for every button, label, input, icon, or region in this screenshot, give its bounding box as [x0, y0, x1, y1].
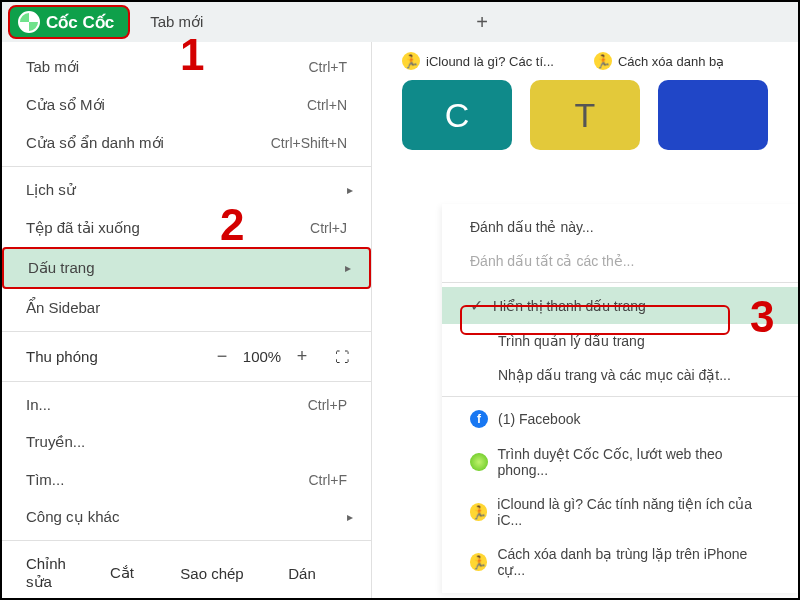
menu-more-tools[interactable]: Công cụ khác ▸ [2, 498, 371, 536]
submenu-bookmark-entry[interactable]: f (1) Facebook [442, 401, 798, 437]
coccoc-swirl-icon [18, 11, 40, 33]
shortcut: Ctrl+T [309, 59, 348, 75]
label: Đánh dấu thẻ này... [470, 219, 594, 235]
chevron-right-icon: ▸ [345, 261, 351, 275]
label: (1) Facebook [498, 411, 580, 427]
zoom-in-button[interactable]: + [287, 346, 317, 367]
check-icon: ✓ [470, 296, 483, 315]
label: Nhập dấu trang và các mục cài đặt... [498, 367, 731, 383]
divider [2, 166, 371, 167]
chevron-right-icon: ▸ [347, 510, 353, 524]
coccoc-logo-button[interactable]: Cốc Cốc [8, 5, 130, 39]
menu-edit-row: Chỉnh sửa Cắt Sao chép Dán [2, 545, 371, 600]
submenu-bookmark-entry[interactable]: Trình duyệt Cốc Cốc, lướt web theo phong… [442, 437, 798, 487]
label: Trình quản lý dấu trang [498, 333, 645, 349]
speed-dial-tiles: C T [372, 80, 798, 150]
new-tab-plus-icon[interactable]: + [466, 11, 498, 34]
label: Trình duyệt Cốc Cốc, lướt web theo phong… [498, 446, 770, 478]
submenu-bookmark-all-tabs: Đánh dấu tất cả các thẻ... [442, 244, 798, 278]
bookmark-item[interactable]: 🏃 Cách xóa danh bạ [594, 52, 724, 70]
paste-button[interactable]: Dán [257, 565, 347, 582]
menu-new-tab[interactable]: Tab mới Ctrl+T [2, 48, 371, 86]
label: Công cụ khác [26, 508, 119, 526]
submenu-bookmark-entry[interactable]: 🏃 Cách xóa danh bạ trùng lặp trên iPhone… [442, 537, 798, 587]
divider [2, 381, 371, 382]
shortcut: Ctrl+F [309, 472, 348, 488]
runner-icon: 🏃 [470, 553, 487, 571]
divider [2, 540, 371, 541]
submenu-import-bookmarks[interactable]: Nhập dấu trang và các mục cài đặt... [442, 358, 798, 392]
logo-text: Cốc Cốc [46, 12, 114, 33]
label: Tệp đã tải xuống [26, 219, 140, 237]
menu-cast[interactable]: Truyền... [2, 423, 371, 461]
label: Ẩn Sidebar [26, 299, 100, 317]
menu-find[interactable]: Tìm... Ctrl+F [2, 461, 371, 498]
divider [442, 282, 798, 283]
shortcut: Ctrl+Shift+N [271, 135, 347, 151]
label: Chỉnh sửa [26, 555, 77, 591]
label: Cửa sổ Mới [26, 96, 105, 114]
runner-icon: 🏃 [402, 52, 420, 70]
tile-blue[interactable] [658, 80, 768, 150]
submenu-show-bookmarks-bar[interactable]: ✓ Hiển thị thanh dấu trang [442, 287, 798, 324]
menu-bookmarks[interactable]: Dấu trang ▸ [2, 247, 371, 289]
label: Cửa sổ ẩn danh mới [26, 134, 164, 152]
chevron-right-icon: ▸ [347, 183, 353, 197]
label: Truyền... [26, 433, 85, 451]
submenu-bookmark-entry[interactable]: 🏃 iClound là gì? Các tính năng tiện ích … [442, 487, 798, 537]
bookmark-item[interactable]: 🏃 iClound là gì? Các tí... [402, 52, 554, 70]
divider [2, 331, 371, 332]
main-menu: Tab mới Ctrl+T Cửa sổ Mới Ctrl+N Cửa sổ … [2, 42, 372, 598]
menu-zoom: Thu phóng − 100% + ⛶ [2, 336, 371, 377]
label: In... [26, 396, 51, 413]
label: Tab mới [26, 58, 79, 76]
menu-downloads[interactable]: Tệp đã tải xuống Ctrl+J [2, 209, 371, 247]
shortcut: Ctrl+J [310, 220, 347, 236]
label: Cách xóa danh bạ trùng lặp trên iPhone c… [497, 546, 770, 578]
submenu-bookmark-manager[interactable]: Trình quản lý dấu trang [442, 324, 798, 358]
menu-hide-sidebar[interactable]: Ẩn Sidebar [2, 289, 371, 327]
menu-print[interactable]: In... Ctrl+P [2, 386, 371, 423]
tab-title[interactable]: Tab mới [150, 13, 203, 31]
top-bar: Cốc Cốc Tab mới + [2, 2, 798, 42]
label: Hiển thị thanh dấu trang [493, 298, 646, 314]
tile-c[interactable]: C [402, 80, 512, 150]
label: Đánh dấu tất cả các thẻ... [470, 253, 634, 269]
cut-button[interactable]: Cắt [77, 564, 167, 582]
coccoc-icon [470, 453, 488, 471]
shortcut: Ctrl+N [307, 97, 347, 113]
label: Lịch sử [26, 181, 76, 199]
shortcut: Ctrl+P [308, 397, 347, 413]
bookmark-label: iClound là gì? Các tí... [426, 54, 554, 69]
label: Tìm... [26, 471, 64, 488]
facebook-icon: f [470, 410, 488, 428]
menu-incognito[interactable]: Cửa sổ ẩn danh mới Ctrl+Shift+N [2, 124, 371, 162]
bookmarks-bar: 🏃 iClound là gì? Các tí... 🏃 Cách xóa da… [372, 42, 798, 80]
divider [442, 396, 798, 397]
label: Dấu trang [28, 259, 95, 277]
copy-button[interactable]: Sao chép [167, 565, 257, 582]
bookmark-label: Cách xóa danh bạ [618, 54, 724, 69]
fullscreen-icon[interactable]: ⛶ [335, 349, 347, 365]
zoom-out-button[interactable]: − [207, 346, 237, 367]
menu-history[interactable]: Lịch sử ▸ [2, 171, 371, 209]
submenu-bookmark-this-tab[interactable]: Đánh dấu thẻ này... [442, 210, 798, 244]
menu-new-window[interactable]: Cửa sổ Mới Ctrl+N [2, 86, 371, 124]
zoom-value: 100% [237, 348, 287, 365]
runner-icon: 🏃 [470, 503, 487, 521]
runner-icon: 🏃 [594, 52, 612, 70]
tile-t[interactable]: T [530, 80, 640, 150]
label: iClound là gì? Các tính năng tiện ích củ… [497, 496, 770, 528]
bookmarks-submenu: Đánh dấu thẻ này... Đánh dấu tất cả các … [442, 204, 798, 593]
label: Thu phóng [26, 348, 207, 365]
